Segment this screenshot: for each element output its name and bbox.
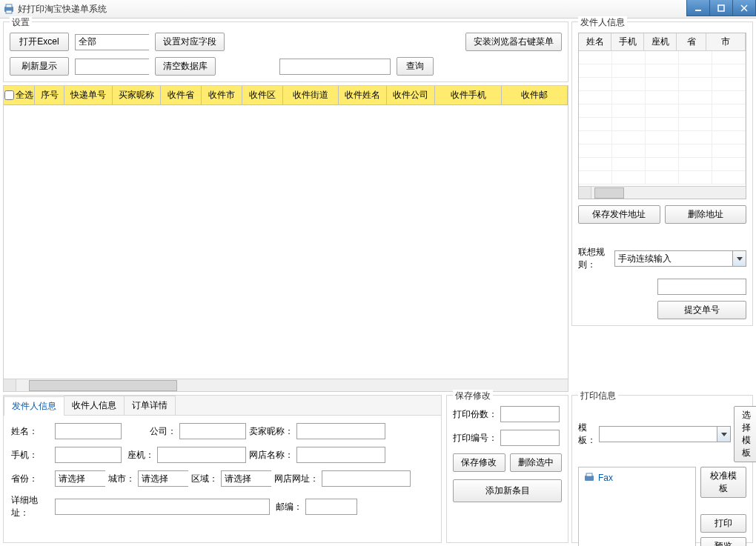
shop-name-input[interactable] xyxy=(296,447,385,463)
label-company: 公司： xyxy=(125,425,176,438)
select-all-checkbox[interactable] xyxy=(4,90,14,100)
search-button[interactable]: 查询 xyxy=(397,57,434,76)
delete-selected-button[interactable]: 删除选中 xyxy=(510,453,563,472)
orders-table-body[interactable] xyxy=(4,105,568,379)
add-new-entry-button[interactable]: 添加新条目 xyxy=(453,479,562,502)
print-info-group: 打印信息 模板： 选择模板 Fax 校准模板 xyxy=(571,395,753,543)
minimize-button[interactable] xyxy=(686,0,710,16)
search-input[interactable] xyxy=(279,59,391,75)
mcol-mobile[interactable]: 手机 xyxy=(611,33,644,51)
label-shop-url: 网店网址： xyxy=(274,473,319,485)
label-assoc-rule: 联想规则： xyxy=(578,246,610,271)
detail-tabs: 发件人信息 收件人信息 订单详情 姓名： 公司： 卖家昵称： xyxy=(3,395,442,543)
col-tracking[interactable]: 快递单号 xyxy=(64,86,113,104)
tracking-input[interactable] xyxy=(657,279,746,295)
col-seq[interactable]: 序号 xyxy=(35,86,64,104)
label-template: 模板： xyxy=(578,422,596,447)
select-template-button[interactable]: 选择模板 xyxy=(734,406,756,462)
label-address: 详细地址： xyxy=(11,494,52,519)
col-province[interactable]: 收件省 xyxy=(161,86,202,104)
mcol-province[interactable]: 省 xyxy=(677,33,706,51)
label-copies: 打印份数： xyxy=(453,408,497,421)
chevron-down-icon[interactable] xyxy=(717,427,730,442)
assoc-rule-combo[interactable] xyxy=(614,250,746,267)
install-context-menu-button[interactable]: 安装浏览器右键菜单 xyxy=(465,33,562,51)
open-excel-button[interactable]: 打开Excel xyxy=(10,33,69,51)
col-buyer[interactable]: 买家昵称 xyxy=(113,86,161,104)
sender-addresses-body[interactable] xyxy=(579,51,746,186)
col-company[interactable]: 收件公司 xyxy=(387,86,435,104)
mcol-name[interactable]: 姓名 xyxy=(579,33,611,51)
label-print-no: 打印编号： xyxy=(453,432,497,445)
calibrate-template-button[interactable]: 校准模板 xyxy=(700,467,746,498)
sender-addresses-group: 发件人信息 姓名 手机 座机 省 市 xyxy=(571,21,753,326)
province-combo[interactable] xyxy=(55,470,105,487)
printer-icon xyxy=(583,472,595,484)
address-input[interactable] xyxy=(55,499,270,515)
col-district[interactable]: 收件区 xyxy=(242,86,283,104)
template-combo[interactable] xyxy=(599,426,731,442)
save-modify-button[interactable]: 保存修改 xyxy=(453,453,505,472)
label-phone: 座机： xyxy=(125,449,154,462)
select-all-label: 全选 xyxy=(16,89,33,101)
mcol-city[interactable]: 市 xyxy=(706,33,746,51)
col-postcode[interactable]: 收件邮 xyxy=(502,86,568,104)
filter-combo[interactable] xyxy=(75,34,149,50)
label-city: 城市： xyxy=(108,473,135,485)
orders-table-header: 全选 序号 快递单号 买家昵称 收件省 收件市 收件区 收件街道 收件姓名 收件… xyxy=(4,86,568,105)
maximize-button[interactable] xyxy=(709,0,733,16)
tab-receiver-info[interactable]: 收件人信息 xyxy=(64,396,125,415)
svg-rect-4 xyxy=(718,5,724,11)
mcol-phone[interactable]: 座机 xyxy=(644,33,677,51)
svg-rect-1 xyxy=(6,4,12,7)
svg-rect-2 xyxy=(6,10,12,13)
sender-addresses-legend: 发件人信息 xyxy=(578,16,627,29)
shop-url-input[interactable] xyxy=(322,470,411,487)
close-button[interactable] xyxy=(732,0,756,16)
col-mobile[interactable]: 收件手机 xyxy=(435,86,502,104)
chevron-down-icon[interactable] xyxy=(732,251,746,266)
save-sender-address-button[interactable]: 保存发件地址 xyxy=(578,205,660,224)
save-modify-legend: 保存修改 xyxy=(453,390,493,402)
label-name: 姓名： xyxy=(11,425,52,438)
city-combo[interactable] xyxy=(138,470,188,487)
window-title: 好打印淘宝快递单系统 xyxy=(18,3,107,16)
submit-tracking-button[interactable]: 提交单号 xyxy=(657,301,746,319)
delete-address-button[interactable]: 删除地址 xyxy=(665,205,747,224)
company-input[interactable] xyxy=(179,423,246,439)
label-mobile: 手机： xyxy=(11,449,52,462)
phone-input[interactable] xyxy=(157,447,246,463)
print-no-input[interactable] xyxy=(500,430,560,446)
buyer-nick-input[interactable] xyxy=(296,423,385,439)
set-fields-button[interactable]: 设置对应字段 xyxy=(155,33,225,51)
secondary-combo[interactable] xyxy=(75,59,149,75)
print-button[interactable]: 打印 xyxy=(700,514,746,533)
district-combo[interactable] xyxy=(221,470,271,487)
col-city[interactable]: 收件市 xyxy=(202,86,242,104)
settings-group: 设置 打开Excel 设置对应字段 安装浏览器右键菜单 刷新显示 xyxy=(3,21,568,82)
col-street[interactable]: 收件街道 xyxy=(283,86,339,104)
tab-sender-info[interactable]: 发件人信息 xyxy=(4,396,64,416)
copies-input[interactable] xyxy=(500,406,560,422)
svg-rect-3 xyxy=(695,10,701,11)
svg-rect-8 xyxy=(586,473,592,476)
printer-list[interactable]: Fax xyxy=(578,467,696,546)
orders-table: 全选 序号 快递单号 买家昵称 收件省 收件市 收件区 收件街道 收件姓名 收件… xyxy=(3,85,568,392)
mobile-input[interactable] xyxy=(55,447,122,463)
save-modify-group: 保存修改 打印份数： 打印编号： 保存修改 删除选中 添加新条目 xyxy=(446,395,568,543)
printer-app-icon xyxy=(3,3,15,15)
window-controls xyxy=(687,0,756,16)
col-name[interactable]: 收件姓名 xyxy=(339,86,387,104)
clear-db-button[interactable]: 清空数据库 xyxy=(155,57,216,76)
sender-addresses-table: 姓名 手机 座机 省 市 xyxy=(578,33,746,199)
label-shop-name: 网店名称： xyxy=(249,449,294,462)
mini-table-scrollbar[interactable] xyxy=(579,186,746,199)
name-input[interactable] xyxy=(55,423,122,439)
postcode-input[interactable] xyxy=(305,499,357,515)
settings-legend: 设置 xyxy=(10,16,32,29)
printer-item-fax[interactable]: Fax xyxy=(582,470,692,485)
refresh-button[interactable]: 刷新显示 xyxy=(10,57,69,76)
preview-button[interactable]: 预览 xyxy=(700,537,746,546)
tab-order-detail[interactable]: 订单详情 xyxy=(124,396,176,415)
titlebar: 好打印淘宝快递单系统 xyxy=(0,0,756,19)
